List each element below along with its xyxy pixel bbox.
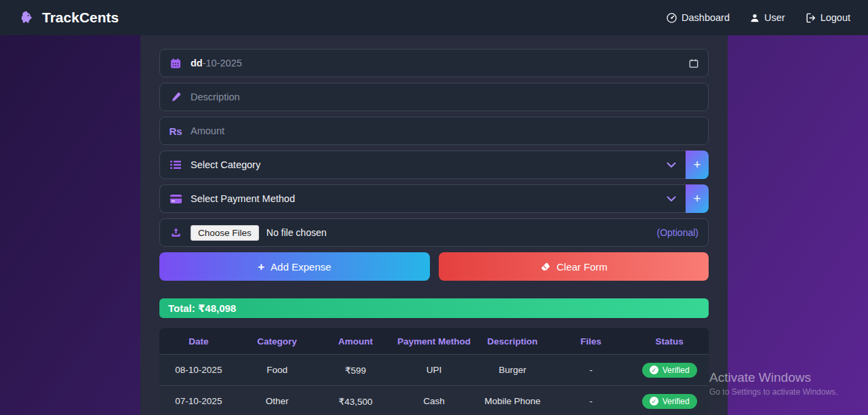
choose-files-button[interactable]: Choose Files <box>191 225 259 241</box>
pencil-icon <box>170 92 182 102</box>
eraser-icon <box>540 262 551 272</box>
watermark-title: Activate Windows <box>709 370 837 385</box>
header-category: Category <box>238 336 317 347</box>
brand[interactable]: TrackCents <box>18 9 119 26</box>
status-badge-label: Verified <box>663 397 690 406</box>
date-day-segment[interactable]: dd <box>191 58 203 68</box>
check-circle-icon: ✓ <box>650 397 658 406</box>
cell-description: Burger <box>473 365 552 375</box>
plus-icon: + <box>258 261 264 273</box>
check-circle-icon: ✓ <box>650 365 658 374</box>
optional-label: (Optional) <box>657 227 698 238</box>
nav-item-label: Logout <box>821 12 850 23</box>
calendar-icon <box>170 58 182 69</box>
header-payment-method: Payment Method <box>395 336 473 347</box>
date-input[interactable]: dd-10-2025 <box>159 49 709 77</box>
amount-field: Rs <box>159 117 709 145</box>
header-status: Status <box>630 336 709 347</box>
table-row: 08-10-2025 Food ₹599 UPI Burger - ✓ Veri… <box>159 354 709 385</box>
logout-icon <box>806 13 816 23</box>
date-value: dd-10-2025 <box>191 58 242 68</box>
payment-selected-value: Select Payment Method <box>191 193 295 204</box>
cell-description: Mobile Phone <box>473 396 552 406</box>
user-icon <box>750 13 760 23</box>
upload-icon <box>170 227 182 238</box>
add-category-button[interactable]: + <box>686 151 709 179</box>
add-expense-button[interactable]: + Add Expense <box>159 252 430 281</box>
cell-amount: ₹599 <box>316 365 395 376</box>
description-field <box>159 83 709 111</box>
payment-row: Select Payment Method + <box>159 184 709 213</box>
category-select[interactable]: Select Category <box>159 151 686 179</box>
nav-item-label: User <box>764 12 785 23</box>
status-badge: ✓ Verified <box>642 394 697 409</box>
header-date: Date <box>159 336 238 347</box>
cell-date: 08-10-2025 <box>159 365 238 375</box>
piggy-bank-icon <box>18 9 35 26</box>
nav-item-dashboard[interactable]: Dashboard <box>667 12 730 23</box>
cell-payment-method: Cash <box>395 396 473 406</box>
header-description: Description <box>473 336 552 347</box>
expense-form: dd-10-2025 Rs <box>159 35 709 415</box>
watermark-subtitle: Go to Settings to activate Windows. <box>709 387 837 397</box>
category-selected-value: Select Category <box>191 159 260 170</box>
status-badge-label: Verified <box>663 365 690 375</box>
chevron-down-icon <box>667 196 676 202</box>
file-chosen-status: No file chosen <box>267 227 327 238</box>
cell-status: ✓ Verified <box>630 394 709 409</box>
cell-category: Food <box>238 365 317 375</box>
description-input[interactable] <box>191 92 698 102</box>
brand-title: TrackCents <box>42 9 119 26</box>
credit-card-icon <box>170 195 182 203</box>
date-picker-icon[interactable] <box>689 58 698 68</box>
payment-select[interactable]: Select Payment Method <box>159 184 686 213</box>
gauge-icon <box>667 13 677 23</box>
main-panel: dd-10-2025 Rs <box>140 35 728 415</box>
cell-files: - <box>552 365 631 375</box>
category-row: Select Category + <box>159 151 709 179</box>
header-files: Files <box>552 336 631 347</box>
date-rest-segment[interactable]: -10-2025 <box>203 58 242 68</box>
nav-item-label: Dashboard <box>682 12 730 23</box>
form-actions: + Add Expense Clear Form <box>159 252 709 281</box>
total-label: Total: ₹48,098 <box>168 302 236 315</box>
total-bar: Total: ₹48,098 <box>159 298 709 318</box>
cell-status: ✓ Verified <box>630 363 709 378</box>
clear-form-button[interactable]: Clear Form <box>439 252 709 281</box>
rupee-icon: Rs <box>170 125 182 137</box>
status-badge: ✓ Verified <box>642 363 697 378</box>
cell-files: - <box>552 396 631 406</box>
activate-windows-watermark: Activate Windows Go to Settings to activ… <box>709 370 837 397</box>
header-amount: Amount <box>316 336 395 347</box>
nav-item-user[interactable]: User <box>750 12 785 23</box>
cell-payment-method: UPI <box>395 365 473 375</box>
add-expense-label: Add Expense <box>271 261 331 273</box>
table-header: Date Category Amount Payment Method Desc… <box>159 328 709 354</box>
file-field: Choose Files No file chosen (Optional) <box>159 218 709 247</box>
amount-input[interactable] <box>191 125 698 136</box>
cell-category: Other <box>238 396 317 406</box>
expense-table: Date Category Amount Payment Method Desc… <box>159 328 709 415</box>
cell-amount: ₹43,500 <box>316 396 395 407</box>
nav-item-logout[interactable]: Logout <box>806 12 850 23</box>
table-row: 07-10-2025 Other ₹43,500 Cash Mobile Pho… <box>159 385 709 415</box>
list-icon <box>170 160 182 170</box>
cell-date: 07-10-2025 <box>159 396 238 406</box>
clear-form-label: Clear Form <box>557 261 608 273</box>
nav-links: Dashboard User Logout <box>667 12 850 23</box>
add-payment-method-button[interactable]: + <box>686 184 709 213</box>
chevron-down-icon <box>667 162 676 168</box>
navbar: TrackCents Dashboard User <box>0 0 868 35</box>
